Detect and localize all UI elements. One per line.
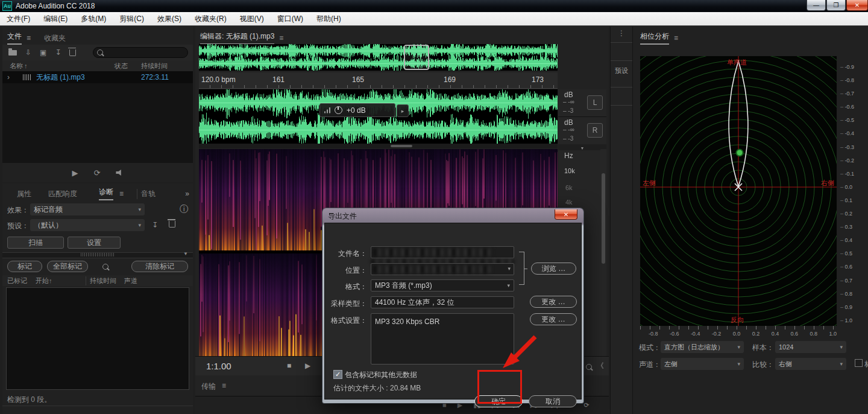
grip-icon[interactable]: ⋮ xyxy=(611,29,632,37)
tab-diagnostics[interactable]: 诊断 xyxy=(99,187,113,200)
zoom-out-full-icon[interactable]: 《 xyxy=(597,361,604,371)
expand-chevron-icon[interactable]: › xyxy=(7,73,10,81)
dialog-title-bar[interactable]: 导出文件 xyxy=(324,210,582,223)
menu-item[interactable]: 剪辑(C) xyxy=(113,14,151,24)
waveform-overview[interactable] xyxy=(199,44,558,71)
presets-strip-label[interactable]: 预设 xyxy=(612,66,631,75)
timeline-ruler[interactable]: 120.0 bpm 161 165 169 173 xyxy=(199,72,558,89)
scale-collapse-icon[interactable]: ▼ xyxy=(580,146,585,150)
hud-gain-control[interactable]: +0 dB xyxy=(319,103,395,117)
panel-resize-grip[interactable] xyxy=(81,253,115,256)
transport-loop-icon[interactable]: ⟳ xyxy=(583,401,589,409)
file-row[interactable]: › 无标题 (1).mp3 272:3.11 xyxy=(2,71,193,83)
dialog-close-button[interactable]: ✕ xyxy=(555,209,577,220)
format-dropdown[interactable]: MP3 音频 (*.mp3) ▾ xyxy=(371,279,514,291)
settings-button[interactable]: 设置 xyxy=(68,237,121,249)
minimize-button[interactable]: — xyxy=(807,0,826,11)
browse-button[interactable]: 浏览 … xyxy=(531,263,576,275)
gain-knob-icon[interactable] xyxy=(335,106,342,114)
restore-button[interactable]: ❐ xyxy=(826,0,846,11)
zoom-level-readout[interactable]: 1:1.00 xyxy=(206,361,231,371)
tab-overflowed[interactable]: 音轨 xyxy=(137,189,157,199)
menu-item[interactable]: 收藏夹(R) xyxy=(188,14,233,24)
mark-all-button[interactable]: 全部标记 xyxy=(47,261,88,272)
clear-marks-button[interactable]: 清除标记 xyxy=(131,261,188,272)
panel-menu-icon[interactable]: ≡ xyxy=(674,34,678,42)
panel-menu-icon[interactable]: ≡ xyxy=(119,189,124,198)
preview-play-icon[interactable]: ▶ xyxy=(72,168,78,177)
marks-list[interactable] xyxy=(6,287,189,390)
search-marks-icon[interactable] xyxy=(102,264,108,270)
filename-input[interactable] xyxy=(371,246,514,258)
editor-tab[interactable]: 编辑器: 无标题 (1).mp3 xyxy=(200,31,274,45)
horizontal-scrollbar[interactable] xyxy=(391,145,412,147)
close-button[interactable]: ✕ xyxy=(846,0,868,11)
stop-icon[interactable]: ■ xyxy=(287,361,291,370)
location-dropdown[interactable]: ▾ xyxy=(371,263,514,275)
include-metadata-checkbox[interactable]: ✓ xyxy=(333,370,342,379)
column-header-start[interactable]: 开始 xyxy=(36,276,49,285)
preset-dropdown[interactable]: （默认） ▾ xyxy=(30,219,145,231)
scan-button[interactable]: 扫描 xyxy=(7,237,64,249)
auto-play-speaker-icon[interactable] xyxy=(116,170,123,176)
menu-item[interactable]: 窗口(W) xyxy=(271,14,310,24)
delete-preset-icon[interactable] xyxy=(169,221,175,228)
change-sample-type-button[interactable]: 更改 … xyxy=(530,296,577,308)
mark-button[interactable]: 标记 xyxy=(7,261,42,272)
menu-item[interactable]: 视图(V) xyxy=(233,14,271,24)
tab-overflow-icon[interactable]: » xyxy=(185,189,189,198)
y-tick-label: -0.9 xyxy=(840,64,854,70)
open-folder-icon[interactable] xyxy=(8,50,17,56)
phase-display[interactable]: 单声道 左侧 右侧 反向 xyxy=(640,56,837,326)
search-input[interactable] xyxy=(93,47,188,58)
channel-left-button[interactable]: L xyxy=(587,95,603,110)
menu-item[interactable]: 多轨(M) xyxy=(74,14,113,24)
vertical-scrollbar[interactable] xyxy=(602,173,605,264)
import-file-icon[interactable]: ⇩ xyxy=(25,48,31,57)
column-header-channel[interactable]: 声道 xyxy=(124,276,137,285)
zoom-tool-icon[interactable] xyxy=(586,364,592,370)
info-icon[interactable]: ⓘ xyxy=(180,204,188,215)
column-header-status[interactable]: 状态 xyxy=(115,62,128,71)
column-header-marked[interactable]: 已标记 xyxy=(7,276,27,285)
menu-item[interactable]: 编辑(E) xyxy=(37,14,74,24)
new-container-icon[interactable]: ▣ xyxy=(40,48,46,57)
collapse-icon[interactable]: ▼ xyxy=(183,251,188,256)
samples-dropdown[interactable]: 1024 ▾ xyxy=(775,341,846,353)
tab-files[interactable]: 文件 xyxy=(7,31,22,45)
preview-loop-icon[interactable]: ⟳ xyxy=(94,168,101,177)
panel-menu-icon[interactable]: ≡ xyxy=(27,34,31,42)
mode-dropdown[interactable]: 直方图（日志缩放） ▾ xyxy=(661,341,744,353)
file-name[interactable]: 无标题 (1).mp3 xyxy=(36,72,85,83)
effect-dropdown[interactable]: 标记音频 ▾ xyxy=(30,203,145,215)
normalize-checkbox[interactable] xyxy=(855,359,863,367)
tab-properties[interactable]: 属性 xyxy=(17,189,31,199)
menu-item[interactable]: 效果(S) xyxy=(151,14,188,24)
play-icon[interactable]: ▶ xyxy=(305,361,310,370)
panel-menu-icon[interactable]: ≡ xyxy=(279,34,283,42)
cancel-button[interactable]: 取消 xyxy=(529,395,577,407)
gain-value[interactable]: +0 dB xyxy=(347,106,366,115)
change-format-settings-button[interactable]: 更改 … xyxy=(530,313,577,325)
hud-cursor-tool-icon[interactable]: ▸ xyxy=(397,104,409,117)
x-tick-label: -0.6 xyxy=(670,331,679,337)
delete-icon[interactable] xyxy=(69,49,76,56)
phase-panel-tab[interactable]: 相位分析 xyxy=(640,31,669,45)
channel-right-button[interactable]: R xyxy=(587,123,603,138)
file-list-empty-area xyxy=(2,83,193,163)
column-header-duration[interactable]: 持续时间 xyxy=(86,276,116,285)
bpm-readout[interactable]: 120.0 bpm xyxy=(201,75,236,84)
menu-item[interactable]: 帮助(H) xyxy=(310,14,348,24)
overview-selection-handle[interactable] xyxy=(404,45,429,70)
compare-dropdown[interactable]: 右侧 ▾ xyxy=(775,358,846,370)
column-header-duration[interactable]: 持续时间 xyxy=(141,62,168,71)
column-header-name[interactable]: 名称 xyxy=(10,62,23,71)
menu-item[interactable]: 文件(F) xyxy=(0,14,37,24)
normalize-checkbox-label: 标 xyxy=(864,359,868,369)
tab-favorites[interactable]: 收藏夹 xyxy=(44,33,66,43)
tab-match-loudness[interactable]: 匹配响度 xyxy=(48,189,77,199)
save-preset-icon[interactable]: ↧ xyxy=(152,221,158,229)
channel-dropdown[interactable]: 左侧 ▾ xyxy=(661,358,744,370)
panel-menu-icon[interactable]: ≡ xyxy=(222,381,226,390)
save-icon[interactable]: ↧ xyxy=(55,48,61,57)
